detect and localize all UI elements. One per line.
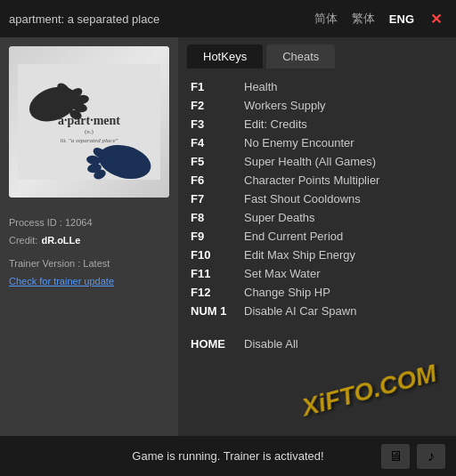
- credit-label: Credit:: [9, 235, 37, 246]
- credit-row: Credit: dR.oLLe: [9, 235, 169, 249]
- left-panel: a·part·ment (n.) lit. "a separated place…: [0, 37, 178, 436]
- hotkey-key: F6: [191, 173, 244, 187]
- credit-value: dR.oLLe: [41, 235, 80, 246]
- home-row: HOMEDisable All: [191, 335, 444, 353]
- hotkey-desc: Super Deaths: [244, 211, 315, 224]
- hotkey-desc: Workers Supply: [244, 99, 326, 112]
- process-row: Process ID : 12064: [9, 214, 169, 230]
- close-button[interactable]: ✕: [425, 9, 447, 29]
- game-image: a·part·ment (n.) lit. "a separated place…: [9, 46, 169, 198]
- game-image-inner: a·part·ment (n.) lit. "a separated place…: [9, 46, 169, 198]
- hotkey-row: F12Change Ship HP: [191, 283, 444, 302]
- hotkey-desc: End Current Period: [244, 230, 343, 243]
- bottom-bar: Game is running. Trainer is activated! 🖥…: [0, 436, 456, 476]
- hotkey-desc: Change Ship HP: [244, 286, 330, 299]
- hotkey-desc: Set Max Water: [244, 267, 320, 280]
- hotkey-row: F10Edit Max Ship Energy: [191, 246, 444, 264]
- hotkey-key: F8: [191, 211, 244, 224]
- hotkeys-list: F1HealthF2Workers SupplyF3Edit: CreditsF…: [178, 69, 456, 436]
- title-bar: apartment: a separated place 简体 繁体 ENG ✕: [0, 0, 456, 37]
- lang-traditional[interactable]: 繁体: [348, 9, 379, 28]
- hotkey-row: F3Edit: Credits: [191, 115, 444, 133]
- hotkey-row: F7Fast Shout Cooldowns: [191, 190, 444, 208]
- tab-hotkeys[interactable]: HotKeys: [187, 44, 263, 69]
- hotkey-key: F11: [191, 267, 244, 280]
- hotkey-row: F2Workers Supply: [191, 96, 444, 115]
- hotkey-key: F3: [191, 117, 244, 131]
- hotkey-row: F1Health: [191, 77, 444, 96]
- update-link[interactable]: Check for trainer update: [9, 276, 169, 286]
- hotkey-desc: Health: [244, 80, 278, 93]
- hotkey-desc: Edit Max Ship Energy: [244, 248, 355, 262]
- hotkey-key: F10: [191, 248, 244, 262]
- hotkey-row: F4No Enemy Encounter: [191, 133, 444, 152]
- hotkey-row: F9End Current Period: [191, 227, 444, 246]
- hotkey-key: F12: [191, 286, 244, 299]
- main-content: a·part·ment (n.) lit. "a separated place…: [0, 37, 456, 436]
- home-key: HOME: [191, 337, 244, 351]
- hotkey-row: F11Set Max Water: [191, 264, 444, 283]
- monitor-icon[interactable]: 🖥: [381, 444, 410, 469]
- lang-simplified[interactable]: 简体: [311, 9, 341, 28]
- hotkey-key: F7: [191, 192, 244, 206]
- lang-english[interactable]: ENG: [386, 11, 418, 28]
- trainer-label: Trainer Version : Latest: [9, 258, 110, 269]
- hotkey-desc: Fast Shout Cooldowns: [244, 192, 361, 206]
- status-text: Game is running. Trainer is activated!: [132, 449, 323, 463]
- bottom-icons: 🖥 ♪: [381, 444, 445, 469]
- music-icon[interactable]: ♪: [417, 444, 445, 469]
- hotkey-key: F4: [191, 136, 244, 149]
- hotkey-key: F1: [191, 80, 244, 93]
- hotkey-row: F8Super Deaths: [191, 208, 444, 227]
- hotkey-desc: Edit: Credits: [244, 117, 307, 131]
- svg-text:(n.): (n.): [85, 128, 94, 135]
- process-label: Process ID : 12064: [9, 217, 93, 228]
- hotkey-desc: Disable AI Car Spawn: [244, 304, 356, 318]
- app-title: apartment: a separated place: [9, 12, 311, 26]
- hotkey-key: NUM 1: [191, 304, 244, 318]
- lang-buttons: 简体 繁体 ENG ✕: [311, 9, 447, 29]
- svg-text:a·part·ment: a·part·ment: [58, 114, 120, 127]
- hotkey-row: NUM 1Disable AI Car Spawn: [191, 302, 444, 320]
- hotkey-row: F5Super Health (All Games): [191, 152, 444, 171]
- home-desc: Disable All: [244, 337, 298, 351]
- tab-cheats[interactable]: Cheats: [266, 44, 335, 69]
- info-section: Process ID : 12064 Credit: dR.oLLe Train…: [9, 214, 169, 286]
- hotkey-key: F2: [191, 99, 244, 112]
- right-panel: HotKeys Cheats F1HealthF2Workers SupplyF…: [178, 37, 456, 436]
- game-art: a·part·ment (n.) lit. "a separated place…: [18, 64, 160, 180]
- tabs-bar: HotKeys Cheats: [178, 37, 456, 69]
- hotkey-row: F6Character Points Multiplier: [191, 171, 444, 190]
- hotkey-desc: Character Points Multiplier: [244, 173, 379, 187]
- svg-text:lit. "a separated place": lit. "a separated place": [61, 137, 118, 144]
- hotkey-key: F9: [191, 230, 244, 243]
- hotkey-desc: Super Health (All Games): [244, 155, 376, 168]
- hotkey-desc: No Enemy Encounter: [244, 136, 354, 149]
- trainer-row: Trainer Version : Latest: [9, 254, 169, 270]
- hotkey-key: F5: [191, 155, 244, 168]
